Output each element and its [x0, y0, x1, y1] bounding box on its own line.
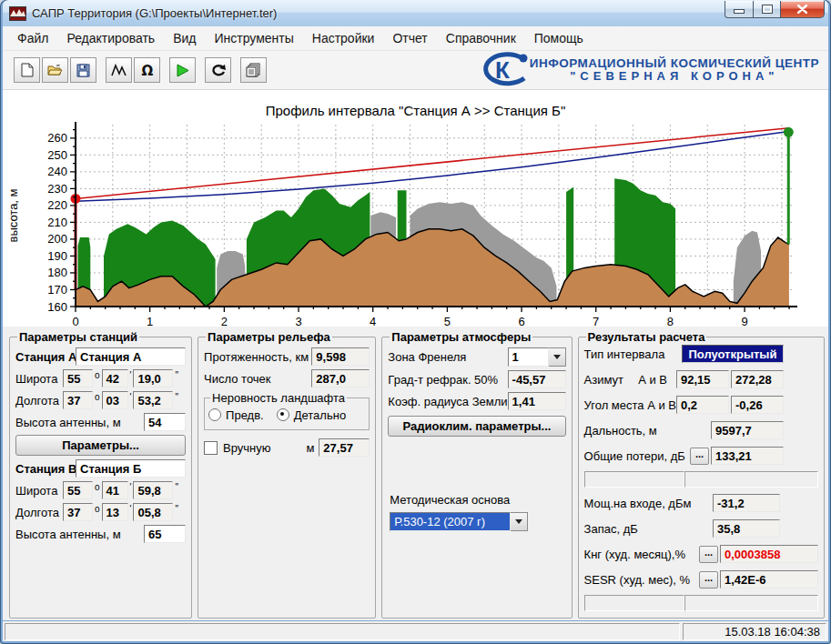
- points-count-value: 287,0: [311, 369, 370, 387]
- x-tick-label: 3: [295, 315, 301, 327]
- degree-symbol: о: [95, 370, 100, 380]
- refraction-label: Град-т рефрак. 50%: [388, 373, 507, 387]
- manual-label[interactable]: Вручную: [223, 441, 306, 455]
- losses-details-button[interactable]: ...: [690, 448, 709, 465]
- station-a-name-input[interactable]: Станция А: [76, 347, 186, 366]
- manual-checkbox[interactable]: [204, 441, 218, 455]
- station-a-label: Станция А: [15, 350, 76, 364]
- status-datetime: 15.03.18 16:04:38: [683, 623, 826, 640]
- station-a-lat-deg[interactable]: 55: [63, 369, 93, 387]
- fresnel-dropdown-button[interactable]: [549, 347, 566, 367]
- station-a-lat-sec[interactable]: 19,0: [133, 369, 173, 387]
- x-tick-label: 9: [741, 315, 747, 327]
- manual-value[interactable]: 27,57: [319, 438, 370, 457]
- close-button[interactable]: [781, 1, 825, 18]
- roughness-preliminary-label[interactable]: Предв.: [226, 408, 264, 422]
- station-b-name-input[interactable]: Станция Б: [76, 459, 186, 478]
- menu-bar: ФайлРедактироватьВидИнструментыНастройки…: [3, 26, 828, 51]
- x-tick-label: 7: [593, 315, 599, 327]
- menu-item-3[interactable]: Вид: [164, 28, 205, 48]
- copies-icon: [246, 63, 261, 77]
- manual-unit: м: [306, 441, 314, 455]
- station-parameters-button[interactable]: Параметры...: [15, 435, 186, 456]
- terrain-panel-title: Параметры рельефа: [206, 330, 332, 344]
- station-a-lon-deg[interactable]: 37: [63, 391, 93, 409]
- y-tick-label: 170: [47, 283, 67, 297]
- profile-graph-button[interactable]: [106, 57, 132, 83]
- roughness-group: Неровность ландшафта Предв. Детально: [204, 391, 370, 430]
- close-icon: [797, 5, 807, 14]
- open-file-button[interactable]: [42, 57, 68, 83]
- empty-cell: [584, 471, 684, 488]
- stations-panel-title: Параметры станций: [17, 330, 139, 344]
- interval-type-value: Полуоткрытый: [682, 345, 784, 363]
- menu-item-6[interactable]: Отчет: [383, 28, 436, 48]
- fresnel-value: 1: [508, 347, 549, 367]
- degree-symbol: о: [95, 392, 100, 402]
- menu-item-8[interactable]: Помощь: [525, 28, 593, 48]
- station-a-lat-label: Широта: [15, 372, 63, 386]
- menu-item-1[interactable]: Файл: [8, 28, 57, 48]
- roughness-detailed-radio[interactable]: [277, 408, 289, 421]
- roughness-preliminary-radio[interactable]: [208, 408, 221, 421]
- new-document-icon: [21, 63, 34, 77]
- open-folder-icon: [47, 64, 63, 76]
- azimuth-b-value: 272,28: [731, 370, 784, 388]
- sesr-details-button[interactable]: ...: [699, 571, 718, 589]
- x-tick-label: 1: [147, 315, 153, 327]
- impedance-button[interactable]: Ω: [134, 57, 160, 83]
- reports-button[interactable]: [240, 57, 267, 83]
- terrain-profile-chart: 1601701801902002102202302402502600123456…: [3, 118, 825, 327]
- window-title: САПР Территория (G:\Проекты\Интернет.ter…: [32, 6, 725, 20]
- empty-cell: [684, 595, 818, 611]
- second-symbol: ": [175, 370, 178, 380]
- menu-item-5[interactable]: Настройки: [303, 28, 384, 48]
- refresh-arrow-icon: [211, 64, 226, 77]
- station-b-lon-min[interactable]: 13: [102, 503, 128, 521]
- elevation-a-value: 0,2: [676, 396, 729, 414]
- y-tick-label: 260: [47, 131, 67, 145]
- radioclimate-params-button[interactable]: Радиоклим. параметры...: [388, 416, 565, 437]
- menu-item-4[interactable]: Инструменты: [205, 28, 302, 48]
- station-b-lon-deg[interactable]: 37: [63, 503, 93, 521]
- station-b-lon-sec[interactable]: 05,8: [133, 503, 173, 521]
- results-panel-title: Результаты расчета: [586, 330, 707, 344]
- station-b-lat-deg[interactable]: 55: [63, 481, 93, 499]
- station-b-antenna-marker: [784, 127, 794, 137]
- kng-label: Кнг (худ. месяц),%: [584, 548, 699, 561]
- x-tick-label: 2: [221, 315, 228, 327]
- x-tick-label: 8: [667, 315, 674, 327]
- length-label: Протяженность, км: [204, 350, 311, 364]
- maximize-button[interactable]: [754, 1, 781, 18]
- method-dropdown-button[interactable]: [511, 512, 528, 531]
- degree-symbol: о: [95, 482, 100, 492]
- save-file-button[interactable]: [70, 57, 96, 83]
- station-b-label: Станция В: [15, 462, 76, 476]
- roughness-detailed-label[interactable]: Детально: [294, 408, 346, 422]
- station-a-lon-min[interactable]: 03: [102, 391, 128, 409]
- station-b-lat-label: Широта: [15, 484, 63, 498]
- station-b-lat-sec[interactable]: 59,8: [133, 481, 173, 499]
- fresnel-combo[interactable]: 1: [508, 347, 566, 367]
- degree-symbol: о: [95, 504, 100, 514]
- empty-cell: [584, 595, 684, 611]
- y-tick-label: 210: [47, 216, 67, 229]
- input-power-value: -31,2: [713, 494, 780, 512]
- station-b-lat-min[interactable]: 41: [102, 481, 128, 499]
- minute-symbol: ': [130, 482, 132, 492]
- menu-item-2[interactable]: Редактировать: [57, 28, 164, 48]
- station-a-lat-min[interactable]: 42: [102, 369, 128, 387]
- method-combo[interactable]: Р.530-12 (2007 г): [390, 512, 528, 531]
- station-a-antenna-input[interactable]: 54: [144, 413, 186, 431]
- minimize-button[interactable]: [725, 1, 754, 18]
- chevron-down-icon: [553, 355, 561, 359]
- run-calculation-button[interactable]: [169, 57, 196, 83]
- kng-details-button[interactable]: ...: [699, 546, 718, 563]
- station-b-antenna-input[interactable]: 65: [144, 525, 186, 543]
- menu-item-7[interactable]: Справочник: [437, 28, 525, 48]
- recalculate-button[interactable]: [205, 57, 231, 83]
- new-document-button[interactable]: [14, 57, 40, 83]
- interval-type-label: Тип интервала: [584, 347, 682, 361]
- x-tick-label: 4: [370, 315, 376, 327]
- station-a-lon-sec[interactable]: 53,2: [133, 391, 173, 409]
